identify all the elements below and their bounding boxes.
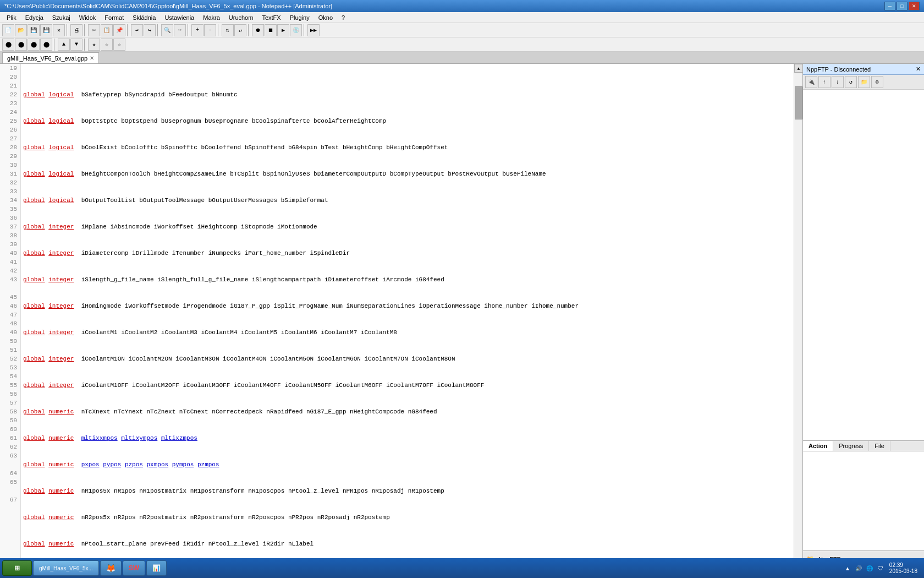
- tab-label: gMill_Haas_VF6_5x_eval.gpp: [7, 55, 87, 62]
- action-tabs: Action Progress File: [803, 441, 924, 451]
- zoom-out-button[interactable]: -: [204, 24, 216, 36]
- line-numbers: 19 20 21 22 23 24 25 26 27 28 29 30 31 3…: [0, 64, 21, 567]
- taskbar-right: ▲ 🔊 🌐 🛡 02:39 2015-03-18: [843, 562, 922, 574]
- code-line-28: global integer iCoolantM1 iCoolantM2 iCo…: [23, 328, 791, 337]
- tb2-btn7[interactable]: ★: [88, 39, 100, 51]
- code-area[interactable]: global logical bSafetyprep bSyncdrapid b…: [21, 64, 794, 567]
- menu-uruchom[interactable]: Uruchom: [224, 13, 258, 22]
- code-line-26: global integer iSlength_g_file_name iSle…: [23, 275, 791, 284]
- macro-record-button[interactable]: ⏺: [252, 24, 264, 36]
- action-tab-file[interactable]: File: [869, 441, 890, 451]
- cut-button[interactable]: ✂: [88, 24, 100, 36]
- taskbar-firefox-button[interactable]: 🦊: [100, 560, 122, 576]
- taskbar-sw-button[interactable]: SW: [123, 560, 145, 576]
- nppftp-btn6[interactable]: ⚙: [871, 76, 883, 88]
- macro-play-button[interactable]: ▶: [277, 24, 289, 36]
- code-line-22: global logical bHeightComponToolCh bHeig…: [23, 170, 791, 178]
- tb2-btn3[interactable]: ⬤: [28, 39, 40, 51]
- run-button[interactable]: ▶▶: [307, 24, 320, 36]
- nppftp-connect-button[interactable]: 🔌: [805, 76, 817, 88]
- close-button[interactable]: ✕: [53, 24, 65, 36]
- nppftp-close-icon[interactable]: ✕: [916, 66, 921, 73]
- nppftp-btn5[interactable]: 📁: [858, 76, 870, 88]
- menu-ustawienia[interactable]: Ustawienia: [160, 13, 199, 22]
- nppftp-btn3[interactable]: ↓: [832, 76, 844, 88]
- tray-network-icon[interactable]: 🌐: [865, 564, 874, 572]
- action-tab-action[interactable]: Action: [803, 441, 833, 451]
- window-controls: ─ □ ✕: [884, 2, 920, 10]
- code-line-23: global logical bOutputToolList bOutputTo…: [23, 196, 791, 205]
- code-line-35: global numeric nR2pos5x nR2pos nR2postma…: [23, 513, 791, 522]
- taskbar-extra-button[interactable]: 📊: [146, 560, 167, 576]
- action-tab-progress[interactable]: Progress: [833, 441, 869, 451]
- nppftp-btn2[interactable]: ↑: [818, 76, 831, 88]
- maximize-button[interactable]: □: [897, 2, 908, 10]
- start-button[interactable]: ⊞: [2, 560, 32, 576]
- nppftp-header: NppFTP - Disconnected ✕: [803, 64, 924, 75]
- macro-save-button[interactable]: 💿: [290, 24, 302, 36]
- tb2-btn6[interactable]: ▼: [70, 39, 82, 51]
- nppftp-btn4[interactable]: ↺: [845, 76, 857, 88]
- menu-skladnia[interactable]: Skládnia: [128, 13, 160, 22]
- tb2-btn9[interactable]: ☆: [113, 39, 125, 51]
- copy-button[interactable]: 📋: [101, 24, 113, 36]
- print-button[interactable]: 🖨: [70, 24, 82, 36]
- tb2-btn5[interactable]: ▲: [58, 39, 70, 51]
- taskbar-notepad-button[interactable]: gMill_Haas_VF6_5x...: [33, 560, 99, 576]
- menu-edycja[interactable]: Edycja: [21, 13, 48, 22]
- menu-widok[interactable]: Widok: [75, 13, 101, 22]
- save-button[interactable]: 💾: [28, 24, 40, 36]
- action-panel: Action Progress File: [803, 440, 924, 550]
- menu-textfx[interactable]: TextFX: [257, 13, 285, 22]
- minimize-button[interactable]: ─: [884, 2, 895, 10]
- main-area: 19 20 21 22 23 24 25 26 27 28 29 30 31 3…: [0, 64, 924, 567]
- menu-okno[interactable]: Okno: [314, 13, 337, 22]
- tb2-btn4[interactable]: ⬤: [40, 39, 52, 51]
- tray-sound-icon[interactable]: 🔊: [854, 564, 863, 572]
- tb2-btn1[interactable]: ⬤: [2, 39, 14, 51]
- titlebar: *C:\Users\Public\Documents\SolidCAM\Soli…: [0, 0, 924, 12]
- macro-stop-button[interactable]: ⏹: [265, 24, 277, 36]
- menu-makra[interactable]: Makra: [199, 13, 224, 22]
- scroll-thumb[interactable]: [795, 86, 802, 119]
- tray-shield-icon[interactable]: 🛡: [876, 564, 885, 572]
- close-button[interactable]: ✕: [909, 2, 920, 10]
- undo-button[interactable]: ↩: [131, 24, 143, 36]
- zoom-in-button[interactable]: +: [191, 24, 204, 36]
- menu-format[interactable]: Format: [100, 13, 128, 22]
- action-content: [803, 451, 924, 550]
- scroll-up-button[interactable]: ▲: [794, 64, 802, 73]
- code-line-34: global numeric nR1pos5x nR1pos nR1postma…: [23, 487, 791, 495]
- tray-icon-1: ▲: [843, 564, 852, 572]
- open-button[interactable]: 📂: [15, 24, 27, 36]
- paste-button[interactable]: 📌: [113, 24, 125, 36]
- wrap-button[interactable]: ↵: [234, 24, 246, 36]
- tab-close-icon[interactable]: ✕: [90, 55, 94, 61]
- code-line-31: global numeric nTcXnext nTcYnext nTcZnex…: [23, 407, 791, 416]
- nppftp-toolbar: 🔌 ↑ ↓ ↺ 📁 ⚙: [803, 75, 924, 90]
- code-line-30: global integer iCoolantM1OFF iCoolantM2O…: [23, 381, 791, 390]
- clock-date: 2015-03-18: [889, 568, 917, 574]
- code-line-36: global numeric nPtool_start_plane prevFe…: [23, 539, 791, 548]
- menu-help[interactable]: ?: [337, 13, 349, 22]
- replace-button[interactable]: ↔: [174, 24, 186, 36]
- editor: 19 20 21 22 23 24 25 26 27 28 29 30 31 3…: [0, 64, 803, 567]
- editor-content: 19 20 21 22 23 24 25 26 27 28 29 30 31 3…: [0, 64, 802, 567]
- tb2-btn2[interactable]: ⬤: [15, 39, 27, 51]
- menu-plik[interactable]: Plik: [2, 13, 21, 22]
- find-button[interactable]: 🔍: [161, 24, 173, 36]
- clock-time: 02:39: [889, 562, 917, 568]
- code-line-19: global logical bSafetyprep bSyncdrapid b…: [23, 90, 791, 99]
- menu-pluginy[interactable]: Pluginy: [285, 13, 314, 22]
- new-button[interactable]: 📄: [2, 24, 14, 36]
- tb2-btn8[interactable]: ☆: [101, 39, 113, 51]
- sync-scroll-button[interactable]: ⇅: [222, 24, 234, 36]
- redo-button[interactable]: ↪: [144, 24, 156, 36]
- code-line-25: global integer iDiametercomp iDrillmode …: [23, 249, 791, 258]
- toolbar-1: 📄 📂 💾 💾 ✕ 🖨 ✂ 📋 📌 ↩ ↪ 🔍 ↔ + - ⇅ ↵ ⏺ ⏹ ▶ …: [0, 23, 924, 37]
- separator-10: [84, 39, 86, 51]
- menu-szukaj[interactable]: Szukaj: [48, 13, 75, 22]
- editor-scrollbar[interactable]: ▲ ▼: [794, 64, 802, 567]
- save-all-button[interactable]: 💾: [40, 24, 52, 36]
- tab-main-file[interactable]: gMill_Haas_VF6_5x_eval.gpp ✕: [2, 52, 99, 63]
